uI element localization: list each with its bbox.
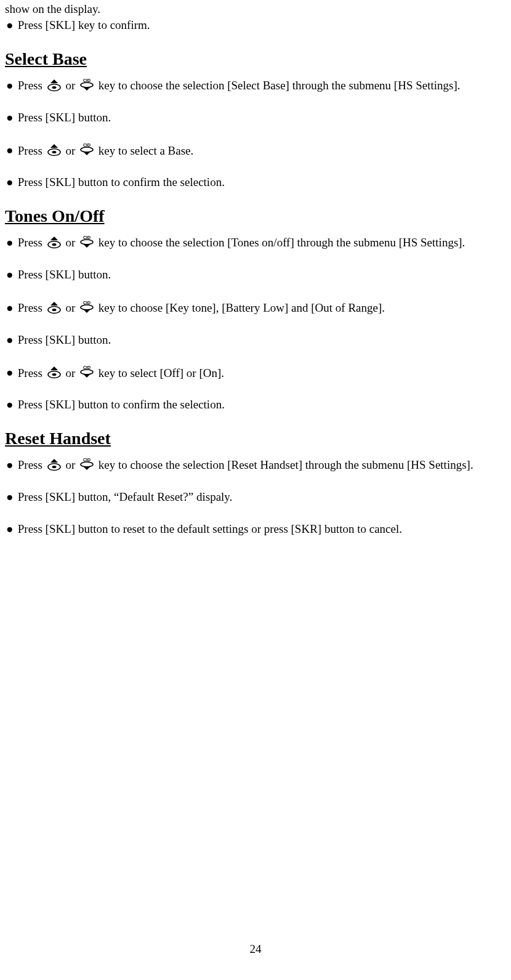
svg-point-4	[81, 83, 93, 87]
instruction-item: ● Press or CID key to choose the selecti…	[5, 78, 506, 92]
svg-point-16	[81, 240, 93, 245]
down-arrow-cid-icon: CID	[78, 235, 95, 249]
up-arrow-icon	[46, 143, 63, 156]
section-heading: Tones On/Off	[5, 206, 506, 226]
svg-marker-18	[50, 302, 58, 306]
svg-marker-11	[83, 152, 91, 155]
section-heading: Select Base	[5, 49, 506, 69]
svg-marker-12	[50, 237, 58, 240]
instruction-item: ● Press or CID key to choose the selecti…	[5, 235, 506, 249]
down-arrow-cid-icon: CID	[78, 143, 95, 156]
svg-text:CID: CID	[83, 458, 91, 462]
svg-point-32	[52, 466, 56, 468]
down-arrow-cid-icon: CID	[78, 458, 95, 471]
instruction-item: ● Press [SKL] button, “Default Reset?” d…	[5, 490, 506, 504]
svg-point-14	[52, 243, 56, 246]
svg-marker-24	[50, 366, 58, 370]
svg-point-26	[52, 373, 56, 376]
svg-text:CID: CID	[83, 235, 91, 240]
up-arrow-icon	[46, 235, 63, 249]
svg-marker-5	[83, 87, 91, 91]
svg-marker-6	[50, 144, 58, 148]
svg-marker-17	[83, 244, 91, 248]
instruction-item: ● Press [SKL] button.	[5, 333, 506, 347]
svg-marker-30	[50, 459, 58, 463]
instruction-item: ● Press or CID key to select a Base.	[5, 143, 506, 158]
down-arrow-cid-icon: CID	[78, 301, 95, 314]
svg-point-34	[81, 462, 93, 467]
instruction-item: ● Press or CID key to choose [Key tone],…	[5, 300, 506, 315]
svg-marker-35	[83, 466, 91, 470]
svg-marker-0	[50, 79, 58, 83]
instruction-item: ● Press or CID key to choose the selecti…	[5, 457, 506, 472]
up-arrow-icon	[46, 458, 63, 471]
intro-bullet: ● Press [SKL] key to confirm.	[5, 18, 506, 32]
svg-point-10	[81, 147, 93, 152]
down-arrow-cid-icon: CID	[78, 365, 95, 379]
instruction-item: ● Press [SKL] button to reset to the def…	[5, 522, 506, 536]
svg-point-28	[81, 370, 93, 375]
svg-point-20	[52, 309, 56, 311]
instruction-item: ● Press or CID key to select [Off] or [O…	[5, 365, 506, 380]
svg-text:CID: CID	[83, 78, 91, 83]
svg-text:CID: CID	[83, 301, 91, 305]
svg-text:CID: CID	[83, 365, 91, 370]
intro-text: show on the display.	[5, 2, 506, 16]
instruction-item: ● Press [SKL] button.	[5, 111, 506, 124]
instruction-item: ● Press [SKL] button.	[5, 268, 506, 281]
up-arrow-icon	[46, 365, 63, 379]
down-arrow-cid-icon: CID	[78, 78, 95, 92]
up-arrow-icon	[46, 78, 63, 92]
svg-marker-23	[83, 309, 91, 313]
instruction-item: ● Press [SKL] button to confirm the sele…	[5, 176, 506, 189]
instruction-item: ● Press [SKL] button to confirm the sele…	[5, 398, 506, 411]
svg-point-8	[52, 151, 56, 153]
up-arrow-icon	[46, 301, 63, 314]
section-heading: Reset Handset	[5, 429, 506, 448]
svg-marker-29	[83, 374, 91, 378]
svg-point-22	[81, 305, 93, 310]
svg-text:CID: CID	[83, 143, 91, 147]
svg-point-2	[52, 86, 56, 89]
